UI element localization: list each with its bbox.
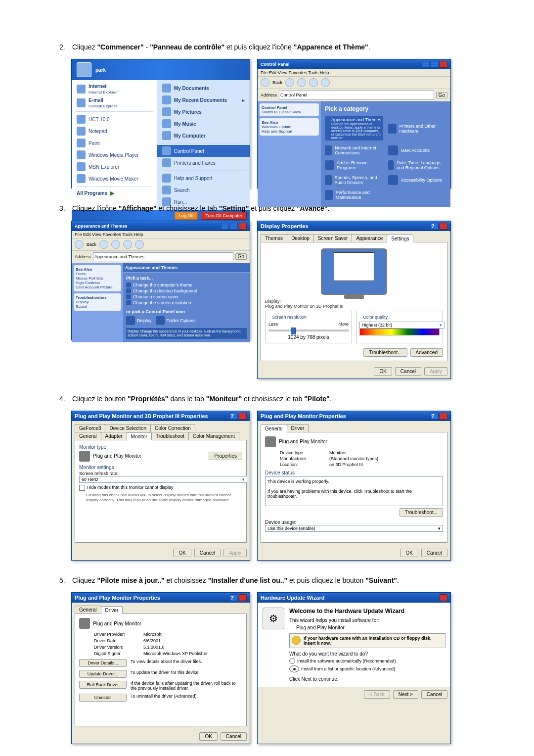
task-resolution[interactable]: Change the screen resolution (126, 300, 247, 305)
maximize-icon[interactable] (431, 61, 439, 68)
menu-item-mycomp[interactable]: My Computer (157, 130, 250, 142)
category-useracc[interactable]: User Accounts (388, 145, 446, 155)
menu-item-search[interactable]: Search (157, 184, 250, 196)
menu-item-mypics[interactable]: My Pictures (157, 106, 250, 118)
search-icon[interactable] (123, 240, 132, 249)
link-ts-display[interactable]: Display (76, 300, 89, 304)
close-icon[interactable] (239, 594, 247, 601)
menu-item-hct[interactable]: HCT 10.0 (72, 113, 157, 125)
link-mouse[interactable]: Mouse Pointers (76, 276, 103, 281)
tab-troubleshoot[interactable]: Troubleshoot (151, 432, 189, 440)
menu-item-email[interactable]: E-mailOutlook Express (72, 96, 157, 110)
back-icon[interactable] (261, 78, 269, 87)
rollback-driver-button[interactable]: Roll Back Driver (79, 681, 127, 689)
tab-general[interactable]: General (75, 606, 101, 614)
cancel-button[interactable]: Cancel (395, 367, 421, 376)
uninstall-button[interactable]: Uninstall (79, 694, 127, 702)
window-menubar[interactable]: File Edit View Favorites Tools Help (72, 231, 250, 238)
back-icon[interactable] (75, 240, 84, 249)
windows-update-link[interactable]: Windows Update (262, 125, 291, 129)
tab-desktop[interactable]: Desktop (287, 234, 314, 242)
radio-auto[interactable]: Install the software automatically (Reco… (289, 658, 445, 664)
back-button[interactable]: < Back (364, 690, 390, 699)
ok-button[interactable]: OK (374, 367, 392, 376)
minimize-icon[interactable] (221, 223, 229, 230)
category-access[interactable]: Accessibility Options (388, 175, 446, 185)
folders-icon[interactable] (135, 240, 144, 249)
tab-colormgmt[interactable]: Color Management (188, 432, 239, 440)
forward-icon[interactable] (99, 240, 108, 249)
cancel-button[interactable]: Cancel (421, 690, 447, 699)
menu-item-printers[interactable]: Printers and Faxes (157, 157, 250, 169)
ok-button[interactable]: OK (400, 549, 418, 557)
category-appearance[interactable]: Appearance and ThemesChange the appearan… (325, 116, 383, 141)
link-contrast[interactable]: High Contrast (76, 281, 100, 285)
menu-item-paint[interactable]: Paint (72, 137, 157, 149)
tab-general[interactable]: General (261, 425, 287, 432)
cancel-button[interactable]: Cancel (194, 549, 221, 557)
help-icon[interactable]: ? (230, 594, 238, 601)
link-ts-sound[interactable]: Sound (76, 304, 87, 309)
tab-screensaver[interactable]: Screen Saver (313, 234, 353, 242)
menu-item-mymusic[interactable]: My Music (157, 118, 250, 130)
cp-icon-folder-options[interactable]: Folder Options (156, 316, 196, 325)
device-usage-select[interactable]: Use this device (enable)▾ (265, 525, 443, 532)
tab-adapter[interactable]: Adapter (101, 432, 127, 440)
close-icon[interactable] (440, 413, 447, 420)
up-icon[interactable] (111, 240, 120, 249)
tab-themes[interactable]: Themes (261, 234, 287, 242)
ok-button[interactable]: OK (173, 549, 191, 557)
category-network[interactable]: Network and Internet Connections (325, 145, 383, 155)
next-button[interactable]: Next > (393, 690, 418, 699)
category-perf[interactable]: Performance and Maintenance (325, 190, 383, 200)
switch-classic-link[interactable]: Switch to Classic View (262, 110, 301, 114)
resolution-slider[interactable] (268, 330, 349, 331)
menu-item-recent[interactable]: My Recent Documents▸ (157, 94, 250, 106)
driver-details-button[interactable]: Driver Details... (79, 659, 127, 667)
cp-icon-display[interactable]: Display (126, 316, 152, 325)
troubleshoot-button[interactable]: Troubleshoot... (363, 348, 407, 357)
category-addremove[interactable]: Add or Remove Programs (325, 160, 383, 170)
menu-item-help[interactable]: Help and Support (157, 172, 250, 184)
menu-item-msn[interactable]: MSN Explorer (72, 161, 157, 173)
tab-appearance[interactable]: Appearance (352, 234, 387, 242)
help-support-link[interactable]: Help and Support (262, 129, 292, 134)
close-icon[interactable] (440, 61, 447, 68)
up-icon[interactable] (297, 78, 306, 87)
forward-icon[interactable] (285, 78, 294, 87)
tab-settings[interactable]: Settings (387, 235, 413, 242)
tab-monitor[interactable]: Monitor (127, 432, 152, 440)
ok-button[interactable]: OK (199, 732, 217, 741)
hide-modes-checkbox[interactable] (79, 485, 85, 491)
cancel-button[interactable]: Cancel (221, 732, 247, 741)
help-icon[interactable]: ? (431, 413, 439, 420)
close-icon[interactable] (440, 223, 447, 230)
category-datetime[interactable]: Date, Time, Language, and Regional Optio… (388, 160, 446, 170)
menu-item-notepad[interactable]: Notepad (72, 125, 157, 137)
cancel-button[interactable]: Cancel (421, 549, 447, 557)
minimize-icon[interactable] (422, 61, 430, 68)
address-input[interactable] (279, 91, 434, 99)
troubleshoot-button[interactable]: Troubleshoot... (400, 508, 443, 517)
advanced-button[interactable]: Advanced (410, 348, 443, 357)
apply-button[interactable]: Apply (223, 549, 247, 557)
tab-general[interactable]: General (75, 432, 101, 440)
link-ua[interactable]: User Account Picture (76, 285, 113, 289)
category-printers[interactable]: Printers and Other Hardware (388, 116, 446, 141)
close-icon[interactable] (239, 413, 247, 420)
maximize-icon[interactable] (230, 223, 238, 230)
menu-item-wmp[interactable]: Windows Media Player (72, 149, 157, 161)
radio-advanced[interactable]: Install from a list or specific location… (289, 665, 445, 672)
close-icon[interactable] (440, 594, 447, 601)
go-button[interactable]: Go (436, 92, 447, 98)
tab-geforce[interactable]: GeForce3 (75, 424, 105, 432)
address-input[interactable] (93, 252, 233, 261)
help-icon[interactable]: ? (230, 413, 238, 420)
go-button[interactable]: Go (235, 253, 247, 260)
tab-colorcorr[interactable]: Color Correction (150, 424, 195, 432)
tab-driver[interactable]: Driver (101, 606, 123, 614)
refresh-rate-select[interactable]: 60 Hertz▾ (79, 476, 247, 483)
task-screensaver[interactable]: Choose a screen saver (126, 294, 247, 299)
menu-item-mydocs[interactable]: My Documents (157, 82, 250, 94)
link-fonts[interactable]: Fonts (76, 272, 86, 276)
